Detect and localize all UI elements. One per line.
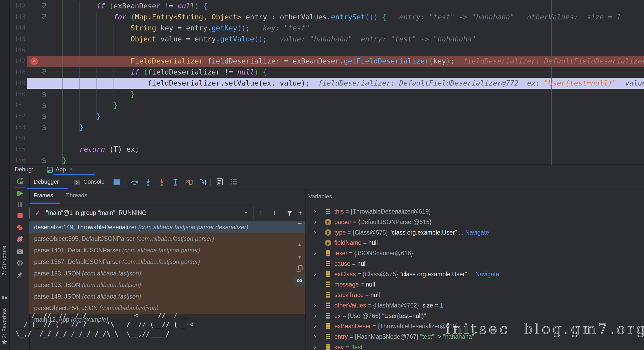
debug-tab-label: App bbox=[56, 166, 66, 173]
stripe-favorites-button[interactable]: 2: Favorites bbox=[1, 308, 7, 338]
fold-end-icon[interactable] bbox=[41, 124, 47, 130]
rerun-button[interactable] bbox=[16, 177, 24, 185]
force-step-into-button[interactable] bbox=[158, 178, 167, 187]
scroll-down-icon[interactable]: ▼ bbox=[294, 255, 305, 260]
step-into-button[interactable] bbox=[144, 178, 153, 187]
divider bbox=[9, 189, 644, 189]
expand-chevron-icon[interactable]: › bbox=[314, 342, 316, 350]
step-over-button[interactable] bbox=[130, 178, 139, 187]
variable-row-cause[interactable]: cause = null bbox=[306, 258, 644, 269]
expand-chevron-icon[interactable]: › bbox=[314, 227, 316, 237]
variable-row-ex[interactable]: ›ex = {User@766} "User(test=null)" bbox=[306, 311, 644, 321]
expand-chevron-icon[interactable]: › bbox=[314, 269, 316, 279]
code-text: return (T) ex; bbox=[62, 144, 139, 155]
code-line-152: 152 } bbox=[9, 111, 644, 122]
stack-frame-row[interactable]: parse:1367, DefaultJSONParser (com.aliba… bbox=[29, 256, 305, 268]
drop-frame-button[interactable] bbox=[185, 178, 194, 187]
active-tab-underline bbox=[53, 174, 95, 175]
settings-gear-icon[interactable]: ⚙ bbox=[16, 259, 24, 267]
stack-frame-row[interactable]: deserialze:149, ThrowableDeserializer (c… bbox=[29, 221, 305, 233]
collapse-icon[interactable]: − bbox=[294, 219, 305, 228]
expand-chevron-icon[interactable]: › bbox=[314, 206, 316, 216]
mute-breakpoints-button[interactable] bbox=[16, 235, 24, 243]
field-icon bbox=[325, 292, 331, 298]
scroll-up-icon[interactable]: ▲ bbox=[294, 242, 305, 247]
variable-row-key[interactable]: ›key = "test" bbox=[306, 342, 644, 350]
view-breakpoints-button[interactable] bbox=[16, 224, 24, 232]
thread-dump-camera-button[interactable] bbox=[16, 248, 24, 256]
thread-selector-dropdown[interactable]: ✓ "main"@1 in group "main": RUNNING ▼ bbox=[29, 206, 254, 220]
line-number: 147 bbox=[9, 56, 26, 67]
expand-chevron-icon[interactable]: › bbox=[314, 311, 316, 321]
line-number: 142 bbox=[9, 1, 26, 12]
code-line-143: 143 for (Map.Entry<String, Object> entry… bbox=[9, 12, 644, 23]
line-number: 148 bbox=[9, 67, 26, 78]
add-watch-button[interactable]: + bbox=[298, 208, 303, 217]
line-number: 149 bbox=[9, 78, 26, 89]
code-line-154: 154 bbox=[9, 133, 644, 144]
fold-end-icon[interactable] bbox=[41, 102, 47, 108]
divider bbox=[305, 189, 306, 350]
resume-button[interactable] bbox=[16, 189, 24, 197]
menu-lines-icon[interactable] bbox=[113, 178, 122, 187]
line-number: 152 bbox=[9, 111, 26, 122]
breakpoint-icon[interactable]: ✓ bbox=[30, 57, 38, 65]
variable-row-otherValues[interactable]: ›otherValues = {HashMap@762} size = 1 bbox=[306, 300, 644, 311]
toolwindow-stripe: 7: Structure 2: Favorites ★ bbox=[0, 0, 10, 350]
fold-end-icon[interactable] bbox=[41, 157, 47, 163]
stack-frame-row[interactable]: parse:1401, DefaultJSONParser (com.aliba… bbox=[29, 245, 305, 256]
stripe-structure-button[interactable]: 7: Structure bbox=[1, 246, 7, 276]
step-out-button[interactable] bbox=[171, 178, 180, 187]
stack-frame-row[interactable]: parse:149, JSON (com.alibaba.fastjson) bbox=[29, 291, 305, 302]
code-text: Object value = entry.getValue(); value: … bbox=[62, 34, 476, 45]
copy-stack-icon[interactable] bbox=[294, 264, 305, 272]
run-to-cursor-button[interactable] bbox=[199, 178, 208, 187]
close-icon[interactable]: ✕ bbox=[69, 166, 73, 172]
fold-start-icon[interactable] bbox=[41, 3, 47, 9]
active-tab-underline bbox=[27, 188, 68, 189]
pause-button[interactable] bbox=[16, 200, 24, 208]
layout-settings-icon[interactable] bbox=[230, 178, 239, 187]
stop-button[interactable] bbox=[16, 211, 24, 219]
stack-frame-row[interactable]: parse:193, JSON (com.alibaba.fastjson) bbox=[29, 279, 305, 291]
tab-console[interactable]: Console bbox=[83, 178, 105, 185]
frame-down-button[interactable]: ↓ bbox=[273, 208, 276, 216]
infinity-toggle[interactable]: ∞ bbox=[294, 274, 305, 286]
fold-start-icon[interactable] bbox=[41, 14, 47, 20]
frame-up-button[interactable]: ↑ bbox=[259, 208, 262, 216]
fold-end-icon[interactable] bbox=[41, 91, 47, 97]
tab-frames[interactable]: Frames bbox=[34, 192, 53, 199]
expand-chevron-icon[interactable]: › bbox=[314, 217, 316, 227]
stack-frame-row[interactable]: parse:183, JSON (com.alibaba.fastjson) bbox=[29, 268, 305, 279]
variable-row-message[interactable]: message = null bbox=[306, 279, 644, 290]
code-line-156: 156} bbox=[9, 155, 644, 165]
tab-debugger[interactable]: Debugger bbox=[34, 178, 59, 185]
line-number: 143 bbox=[9, 12, 26, 23]
chevron-down-icon[interactable]: ▼ bbox=[244, 210, 248, 215]
variable-row-parser[interactable]: ›pparser = {DefaultJSONParser@615} bbox=[306, 217, 644, 227]
fold-start-icon[interactable] bbox=[41, 69, 47, 75]
expand-chevron-icon[interactable]: › bbox=[314, 331, 316, 341]
variable-row-fieldName[interactable]: pfieldName = null bbox=[306, 237, 644, 248]
expand-chevron-icon[interactable]: › bbox=[314, 248, 316, 258]
expand-chevron-icon[interactable]: › bbox=[314, 300, 316, 310]
filter-funnel-icon[interactable] bbox=[286, 209, 294, 217]
variable-row-exClass[interactable]: ›exClass = {Class@575} "class org.exampl… bbox=[306, 269, 644, 279]
code-text: if (fieldDeserializer != null) { bbox=[62, 67, 267, 78]
parameter-icon: p bbox=[325, 229, 331, 236]
fold-end-icon[interactable] bbox=[41, 113, 47, 119]
variable-row-this[interactable]: ›this = {ThrowableDeserializer@619} bbox=[306, 206, 644, 217]
variable-row-stackTrace[interactable]: stackTrace = null bbox=[306, 290, 644, 300]
line-number: 153 bbox=[9, 122, 26, 133]
evaluate-expression-icon[interactable] bbox=[216, 178, 225, 187]
expand-chevron-icon[interactable]: › bbox=[314, 321, 316, 331]
variable-row-type[interactable]: ›ptype = {Class@575} "class org.example.… bbox=[306, 227, 644, 238]
code-editor[interactable]: 142 if (exBeanDeser != null) {143 for (M… bbox=[9, 0, 644, 165]
code-line-144: 144 String key = entry.getKey(); key: "t… bbox=[9, 23, 644, 34]
tab-threads[interactable]: Threads bbox=[66, 192, 87, 199]
variable-row-lexer[interactable]: ›lexer = {JSONScanner@616} bbox=[306, 248, 644, 258]
stack-frame-row[interactable]: parseObject:395, DefaultJSONParser (com.… bbox=[29, 233, 305, 245]
code-line-146: 146 bbox=[9, 45, 644, 56]
code-text: } bbox=[62, 100, 118, 111]
pin-button[interactable] bbox=[16, 271, 24, 279]
